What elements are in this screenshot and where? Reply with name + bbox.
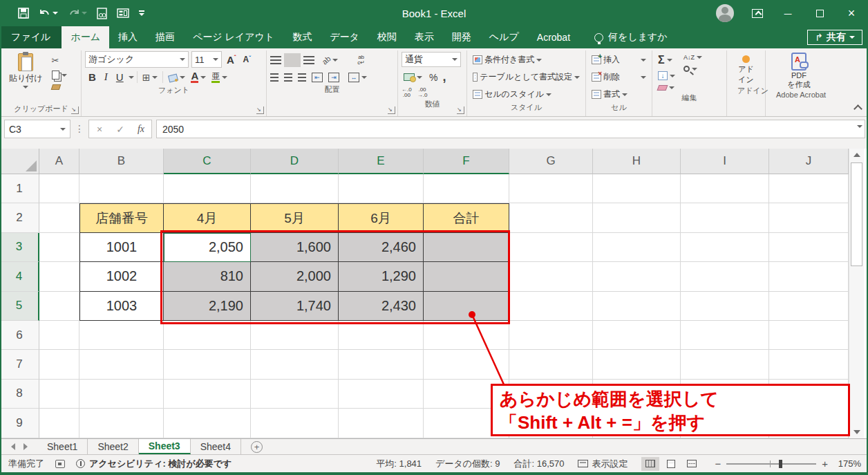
cell[interactable] — [424, 174, 509, 203]
cell[interactable] — [593, 292, 681, 321]
tab-page-layout[interactable]: ページ レイアウト — [184, 26, 283, 48]
align-top-icon[interactable] — [270, 56, 281, 64]
conditional-formatting-button[interactable]: 条件付き書式 — [471, 53, 582, 67]
cell[interactable] — [39, 203, 79, 232]
phonetic-button[interactable]: 亜 — [209, 70, 229, 84]
cell[interactable] — [593, 350, 681, 379]
cell-B4[interactable]: 1002 — [79, 262, 164, 291]
copy-button[interactable] — [50, 69, 69, 81]
column-header-E[interactable]: E — [339, 149, 424, 174]
sheet-tab-sheet4[interactable]: Sheet4 — [191, 439, 241, 454]
cell[interactable] — [251, 174, 339, 203]
row-header-5[interactable]: 5 — [0, 292, 39, 321]
vertical-scrollbar[interactable] — [849, 149, 864, 438]
tab-draw[interactable]: 描画 — [147, 26, 184, 48]
cell[interactable] — [424, 321, 509, 350]
column-header-H[interactable]: H — [593, 149, 681, 174]
create-pdf-button[interactable]: PDF を作成 — [769, 51, 829, 90]
page-layout-view-button[interactable] — [662, 457, 680, 471]
cell[interactable] — [509, 174, 593, 203]
cell-F5[interactable] — [424, 292, 509, 321]
cell[interactable] — [593, 203, 681, 232]
cell[interactable] — [164, 350, 251, 379]
row-header-4[interactable]: 4 — [0, 262, 39, 291]
cell-F3[interactable] — [424, 233, 509, 262]
cell-B2[interactable]: 店舗番号 — [79, 203, 164, 232]
cell[interactable] — [681, 350, 769, 379]
sheet-tab-sheet3[interactable]: Sheet3 — [139, 439, 191, 454]
cell-E5[interactable]: 2,430 — [339, 292, 424, 321]
align-middle-icon[interactable] — [287, 56, 298, 64]
fill-button[interactable]: ↓ — [656, 70, 677, 82]
tab-formulas[interactable]: 数式 — [283, 26, 321, 48]
cell[interactable] — [769, 321, 849, 350]
italic-button[interactable]: I — [101, 71, 111, 84]
merge-center-button[interactable]: ↔ — [346, 71, 369, 84]
cell[interactable] — [681, 321, 769, 350]
status-sum[interactable]: 合計: 16,570 — [513, 458, 564, 470]
cell[interactable] — [39, 233, 79, 262]
sheet-tab-sheet2[interactable]: Sheet2 — [88, 439, 138, 454]
zoom-in-button[interactable]: + — [822, 458, 828, 469]
sheet-tab-sheet1[interactable]: Sheet1 — [37, 439, 88, 454]
cell[interactable] — [39, 292, 79, 321]
font-color-button[interactable]: A — [189, 70, 208, 84]
cell[interactable] — [339, 321, 424, 350]
cell-D2[interactable]: 5月 — [251, 203, 339, 232]
display-settings-button[interactable]: 表示設定 — [578, 458, 628, 470]
font-dialog-launcher[interactable]: ↘ — [256, 106, 264, 114]
cell[interactable] — [509, 262, 593, 291]
column-header-J[interactable]: J — [769, 149, 849, 174]
cell[interactable] — [593, 233, 681, 262]
column-header-B[interactable]: B — [79, 149, 164, 174]
cell[interactable] — [79, 380, 164, 409]
tab-review[interactable]: 校閲 — [368, 26, 406, 48]
collapse-ribbon-icon[interactable] — [853, 104, 862, 113]
scroll-up-icon[interactable] — [849, 149, 864, 161]
tab-file[interactable]: ファイル — [0, 26, 62, 48]
paste-button[interactable]: 貼り付け — [5, 51, 47, 91]
cell[interactable] — [593, 321, 681, 350]
save-icon[interactable] — [18, 8, 29, 19]
formula-input[interactable]: 2050 — [156, 120, 865, 138]
scroll-down-icon[interactable] — [849, 426, 864, 438]
cell[interactable] — [39, 321, 79, 350]
page-break-view-button[interactable] — [683, 457, 701, 471]
accounting-format-button[interactable] — [402, 72, 424, 82]
cell[interactable] — [251, 350, 339, 379]
cell[interactable] — [339, 350, 424, 379]
status-average[interactable]: 平均: 1,841 — [376, 458, 422, 470]
enter-icon[interactable]: ✓ — [110, 124, 131, 135]
cell[interactable] — [509, 350, 593, 379]
fill-color-button[interactable] — [166, 72, 187, 83]
cell[interactable] — [681, 262, 769, 291]
cell[interactable] — [164, 409, 251, 438]
cell[interactable] — [769, 174, 849, 203]
column-header-F[interactable]: F — [424, 149, 509, 174]
number-format-combo[interactable]: 通貨 — [402, 52, 461, 67]
cell[interactable] — [769, 203, 849, 232]
cell-E2[interactable]: 6月 — [339, 203, 424, 232]
cell[interactable] — [769, 262, 849, 291]
cell-C3-active[interactable]: 2,050 — [164, 233, 251, 262]
redo-icon[interactable] — [68, 8, 87, 18]
cell[interactable] — [681, 203, 769, 232]
font-size-combo[interactable]: 11 — [191, 51, 222, 68]
cell-C5[interactable]: 2,190 — [164, 292, 251, 321]
cell[interactable] — [39, 409, 79, 438]
increase-decimal-icon[interactable]: ←.0.00 — [402, 87, 412, 98]
underline-button[interactable]: U — [113, 71, 127, 84]
sheet-nav-left-icon[interactable] — [11, 443, 15, 450]
comma-style-button[interactable]: , — [442, 70, 446, 84]
wrap-text-button[interactable]: abc↵ — [355, 53, 367, 67]
decrease-indent-icon[interactable]: ⇤ — [312, 73, 323, 82]
cell[interactable] — [339, 409, 424, 438]
close-button[interactable]: × — [845, 6, 858, 21]
align-right-icon[interactable] — [298, 73, 306, 82]
new-sheet-button[interactable]: + — [251, 441, 263, 453]
cell[interactable] — [424, 350, 509, 379]
cell[interactable] — [509, 203, 593, 232]
column-header-C[interactable]: C — [164, 149, 251, 174]
cell-B5[interactable]: 1003 — [79, 292, 164, 321]
cell[interactable] — [509, 292, 593, 321]
